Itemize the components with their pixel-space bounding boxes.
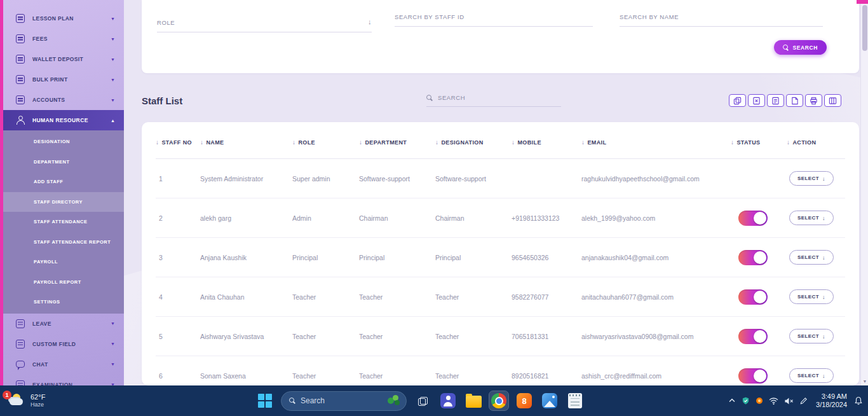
email-cell: anitachauhan6077@gmail.com bbox=[581, 293, 731, 301]
pdf-icon bbox=[790, 97, 799, 105]
lesson-plan-icon bbox=[16, 14, 25, 23]
clock-date: 3/18/2024 bbox=[816, 401, 847, 409]
staff-no-cell: 5 bbox=[156, 333, 200, 340]
column-header-name[interactable]: ↓NAME bbox=[200, 139, 292, 146]
export-copy-button[interactable] bbox=[729, 94, 746, 107]
column-header-email[interactable]: ↓EMAIL bbox=[581, 139, 731, 146]
chevron-up-icon[interactable] bbox=[728, 397, 736, 405]
role-dropdown[interactable]: ROLE ↓ bbox=[157, 19, 372, 32]
mobile-cell: 8920516821 bbox=[512, 372, 581, 380]
sidebar-subitem-add-staff[interactable]: ADD STAFF bbox=[3, 172, 124, 192]
photos-button[interactable] bbox=[540, 391, 559, 410]
file-explorer-button[interactable] bbox=[464, 391, 483, 410]
sidebar-item-label: CUSTOM FIELD bbox=[32, 341, 111, 347]
teams-button[interactable] bbox=[438, 391, 458, 410]
select-button[interactable]: SELECT↓ bbox=[789, 250, 834, 265]
sidebar-item-bulk-print[interactable]: BULK PRINT▼ bbox=[3, 69, 124, 90]
column-header-designation[interactable]: ↓DESIGNATION bbox=[435, 139, 512, 146]
bulk-print-icon bbox=[16, 75, 25, 84]
sidebar-item-human-resource[interactable]: HUMAN RESOURCE▲ bbox=[3, 110, 124, 130]
sidebar-subitem-staff-directory[interactable]: STAFF DIRECTORY bbox=[3, 192, 124, 212]
sidebar-item-label: FEES bbox=[32, 36, 111, 42]
column-header-action[interactable]: ↓ACTION bbox=[787, 139, 845, 146]
taskbar-clock[interactable]: 3:49 AM 3/18/2024 bbox=[816, 392, 847, 409]
export-excel-button[interactable] bbox=[748, 94, 765, 107]
role-cell: Teacher bbox=[292, 293, 359, 301]
chevron-down-icon: ↓ bbox=[822, 295, 825, 300]
sidebar-subitem-payroll-report[interactable]: PAYROLL REPORT bbox=[3, 272, 124, 293]
sidebar-item-examination[interactable]: EXAMINATION▼ bbox=[3, 375, 124, 386]
sidebar-subitem-staff-attendance-report[interactable]: STAFF ATTENDANCE REPORT bbox=[3, 232, 124, 253]
scrollbar-down-arrow-icon[interactable]: ▼ bbox=[861, 379, 868, 384]
start-button[interactable] bbox=[255, 391, 275, 410]
column-header-role[interactable]: ↓ROLE bbox=[292, 139, 359, 146]
sidebar-item-label: LESSON PLAN bbox=[32, 15, 111, 22]
column-header-staff-no[interactable]: ↓STAFF NO bbox=[156, 139, 200, 146]
action-cell: SELECT↓ bbox=[787, 289, 845, 304]
export-csv-button[interactable] bbox=[767, 94, 784, 107]
status-toggle[interactable] bbox=[738, 368, 768, 384]
select-button[interactable]: SELECT↓ bbox=[789, 289, 834, 304]
notepad-button[interactable] bbox=[566, 391, 585, 410]
human-resource-icon bbox=[16, 116, 25, 125]
column-header-mobile[interactable]: ↓MOBILE bbox=[512, 139, 581, 146]
weather-widget[interactable]: 1 62°F Haze bbox=[6, 385, 45, 416]
sidebar-item-chat[interactable]: CHAT▼ bbox=[3, 354, 124, 375]
chrome-button[interactable] bbox=[489, 391, 508, 410]
sidebar-subitem-payroll[interactable]: PAYROLL bbox=[3, 252, 124, 272]
orange-tray-app-icon[interactable] bbox=[756, 397, 763, 405]
clock-time: 3:49 AM bbox=[816, 392, 847, 401]
excel-icon bbox=[752, 97, 761, 105]
export-columns-button[interactable] bbox=[824, 94, 841, 107]
table-row: 6Sonam SaxenaTeacherTeacherTeacher892051… bbox=[156, 356, 845, 385]
sidebar-item-leave[interactable]: LEAVE▼ bbox=[3, 314, 124, 334]
windows-logo-icon bbox=[258, 394, 272, 408]
name-cell: Sonam Saxena bbox=[200, 372, 292, 380]
chevron-down-icon: ▼ bbox=[111, 57, 115, 62]
taskbar-search-box[interactable] bbox=[281, 391, 407, 411]
role-cell: Teacher bbox=[292, 333, 359, 340]
task-view-button[interactable] bbox=[413, 391, 432, 410]
sidebar: LESSON PLAN▼FEES▼WALLET DEPOSIT▼BULK PRI… bbox=[3, 0, 124, 385]
sidebar-item-fees[interactable]: FEES▼ bbox=[3, 29, 124, 49]
chevron-down-icon: ↓ bbox=[822, 334, 825, 339]
security-shield-icon[interactable] bbox=[742, 396, 750, 405]
search-by-staff-id-input[interactable] bbox=[395, 13, 593, 27]
scrollbar-thumb[interactable] bbox=[862, 5, 867, 51]
orange-app-button[interactable]: 8 bbox=[515, 391, 534, 410]
select-button[interactable]: SELECT↓ bbox=[789, 329, 834, 343]
select-button[interactable]: SELECT↓ bbox=[789, 211, 834, 225]
column-header-status[interactable]: ↓STATUS bbox=[731, 139, 787, 146]
table-search-input[interactable] bbox=[438, 95, 561, 101]
status-toggle[interactable] bbox=[738, 211, 768, 226]
status-toggle[interactable] bbox=[738, 250, 768, 265]
status-toggle[interactable] bbox=[738, 329, 768, 344]
sidebar-subitem-settings[interactable]: SETTINGS bbox=[3, 292, 124, 312]
column-header-department[interactable]: ↓DEPARTMENT bbox=[359, 139, 435, 146]
sidebar-item-custom-field[interactable]: CUSTOM FIELD▼ bbox=[3, 334, 124, 354]
page-scrollbar[interactable]: ▼ bbox=[860, 0, 868, 385]
status-toggle[interactable] bbox=[738, 289, 768, 305]
sidebar-subitem-staff-attendance[interactable]: STAFF ATTENDANCE bbox=[3, 212, 124, 232]
export-pdf-button[interactable] bbox=[786, 94, 803, 107]
table-row: 5Aishwarya SrivastavaTeacherTeacherTeach… bbox=[156, 317, 845, 356]
weather-temperature: 62°F bbox=[31, 393, 45, 401]
volume-muted-icon[interactable] bbox=[784, 397, 794, 405]
notification-bell-icon[interactable] bbox=[854, 396, 863, 405]
select-button[interactable]: SELECT↓ bbox=[789, 368, 834, 383]
sidebar-item-lesson-plan[interactable]: LESSON PLAN▼ bbox=[3, 8, 124, 29]
search-by-name-input[interactable] bbox=[620, 13, 823, 27]
sidebar-subitem-department[interactable]: DEPARTMENT bbox=[3, 152, 124, 172]
taskbar-search-input[interactable] bbox=[301, 396, 381, 405]
search-button[interactable]: SEARCH bbox=[774, 40, 827, 55]
windows-ink-pen-icon[interactable] bbox=[799, 397, 808, 405]
export-print-button[interactable] bbox=[805, 94, 822, 107]
sidebar-item-accounts[interactable]: ACCOUNTS▼ bbox=[3, 90, 124, 110]
sidebar-subitem-designation[interactable]: DESIGNATION bbox=[3, 132, 124, 152]
select-button[interactable]: SELECT↓ bbox=[789, 171, 834, 186]
custom-field-icon bbox=[16, 340, 25, 349]
sidebar-item-wallet-deposit[interactable]: WALLET DEPOSIT▼ bbox=[3, 49, 124, 69]
chevron-down-icon: ↓ bbox=[822, 255, 825, 260]
wifi-icon[interactable] bbox=[769, 397, 778, 405]
table-search-field[interactable] bbox=[426, 95, 561, 107]
